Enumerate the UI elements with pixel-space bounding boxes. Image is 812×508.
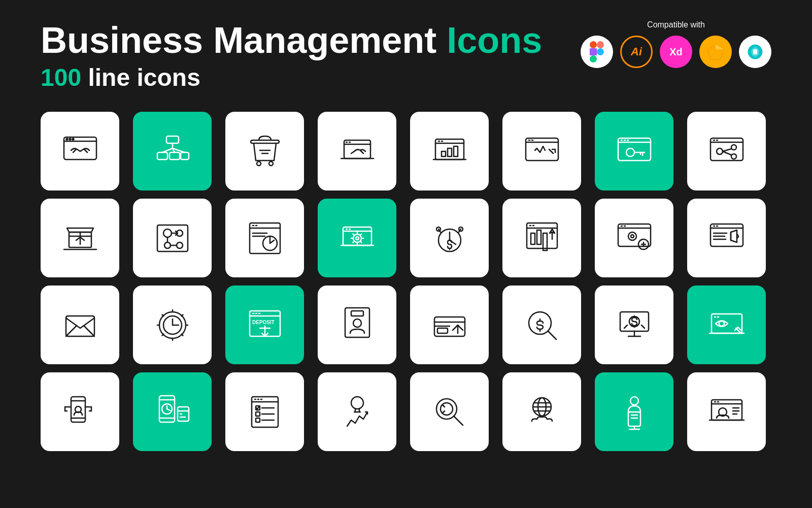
svg-point-69 <box>163 229 172 237</box>
svg-line-199 <box>443 411 445 413</box>
svg-point-160 <box>719 321 724 326</box>
icon-tile-process-flow <box>133 199 212 277</box>
icon-tile-web-network <box>687 112 766 190</box>
svg-line-177 <box>167 409 170 410</box>
icon-tile-hierarchy <box>133 112 212 190</box>
xd-icon: Xd <box>660 36 692 68</box>
svg-line-198 <box>443 405 445 407</box>
svg-point-59 <box>731 145 736 150</box>
svg-point-205 <box>630 397 638 405</box>
svg-rect-45 <box>618 138 651 161</box>
svg-rect-2 <box>590 48 597 55</box>
icon-tile-report-pie <box>225 199 304 277</box>
svg-rect-107 <box>618 224 651 246</box>
svg-rect-18 <box>170 152 180 160</box>
svg-point-50 <box>626 148 634 156</box>
svg-point-89 <box>356 237 359 240</box>
icon-tile-email <box>41 285 119 364</box>
svg-line-61 <box>723 149 731 151</box>
icon-tile-shop-basket <box>225 112 304 190</box>
icon-tile-dollar-search <box>502 285 581 364</box>
svg-line-196 <box>454 416 463 425</box>
figma-icon <box>581 36 613 68</box>
svg-point-60 <box>731 154 736 159</box>
svg-rect-187 <box>256 412 260 416</box>
icon-tile-store-upload <box>41 199 119 277</box>
icon-tile-web-award <box>502 199 581 277</box>
svg-rect-144 <box>437 328 448 333</box>
icon-tile-research <box>410 372 489 451</box>
icon-tile-idea-growth <box>318 372 396 451</box>
icon-tile-mobile-user <box>41 372 119 451</box>
title-highlight: Icons <box>447 20 542 60</box>
svg-rect-104 <box>537 230 541 244</box>
icon-count: 100 <box>41 64 81 91</box>
craft-icon <box>739 36 771 68</box>
icon-tile-partnership <box>41 112 119 190</box>
svg-rect-39 <box>448 148 452 156</box>
svg-point-14 <box>69 138 71 140</box>
svg-rect-40 <box>454 146 458 156</box>
compat-label: Compatible with <box>581 20 771 29</box>
svg-point-111 <box>628 232 636 240</box>
compat-icons: Ai Xd <box>581 36 771 68</box>
icon-tile-checklist <box>225 372 304 451</box>
icon-tile-speaker-podium <box>595 372 673 451</box>
svg-text:DEPOSIT: DEPOSIT <box>252 320 275 325</box>
svg-rect-1 <box>597 41 604 48</box>
svg-point-112 <box>631 235 634 238</box>
svg-rect-16 <box>166 136 179 143</box>
icon-tile-gear-clock <box>133 285 212 364</box>
icon-tile-web-key <box>595 112 673 190</box>
icon-tile-id-badge <box>318 285 396 364</box>
svg-rect-0 <box>590 41 597 48</box>
icon-tile-web-settings-msg <box>595 199 673 277</box>
ai-icon: Ai <box>620 36 653 68</box>
svg-rect-54 <box>710 138 743 161</box>
svg-point-140 <box>353 319 361 327</box>
icon-tile-globe-hands <box>502 372 581 451</box>
svg-rect-189 <box>256 418 260 422</box>
svg-rect-38 <box>442 151 446 156</box>
icon-tile-deposit: DEPOSIT <box>225 285 304 364</box>
svg-point-27 <box>269 162 273 166</box>
icon-tile-alarm-dollar <box>410 199 489 277</box>
svg-line-62 <box>723 151 731 155</box>
icon-tile-analytics <box>410 112 489 190</box>
svg-rect-103 <box>531 233 535 244</box>
icon-tile-presentation-money <box>595 285 673 364</box>
svg-point-13 <box>66 138 67 140</box>
svg-line-124 <box>66 326 76 336</box>
icon-tile-laptop-profile <box>687 372 766 451</box>
icon-tile-laptop-gear <box>318 199 396 277</box>
svg-rect-68 <box>157 225 188 251</box>
sketch-icon <box>699 36 732 68</box>
svg-rect-11 <box>64 137 96 160</box>
icons-grid: DEPOSIT <box>0 102 812 461</box>
compat-block: Compatible with Ai Xd <box>581 20 771 68</box>
svg-rect-25 <box>251 140 279 143</box>
svg-rect-178 <box>178 407 189 421</box>
svg-rect-17 <box>157 152 167 160</box>
svg-rect-10 <box>753 49 757 54</box>
svg-line-147 <box>548 331 556 339</box>
svg-rect-138 <box>345 308 369 337</box>
svg-line-125 <box>84 326 94 336</box>
icon-tile-web-campaign <box>687 199 766 277</box>
icon-tile-mobile-time <box>133 372 212 451</box>
svg-point-15 <box>72 138 74 140</box>
svg-point-72 <box>177 242 183 248</box>
icon-tile-laptop-eye <box>687 285 766 364</box>
svg-point-58 <box>717 148 723 154</box>
subtitle: 100 line icons <box>41 64 542 91</box>
title-block: Business Management Icons 100 line icons <box>41 20 542 91</box>
svg-rect-206 <box>628 412 640 426</box>
svg-point-71 <box>164 242 171 248</box>
header: Business Management Icons 100 line icons… <box>0 0 812 102</box>
svg-rect-139 <box>351 311 363 316</box>
icon-tile-web-cart <box>502 112 581 190</box>
svg-point-4 <box>597 48 604 55</box>
main-title: Business Management Icons <box>41 20 542 60</box>
svg-rect-23 <box>181 152 189 160</box>
icon-tile-laptop-marketing <box>318 112 396 190</box>
